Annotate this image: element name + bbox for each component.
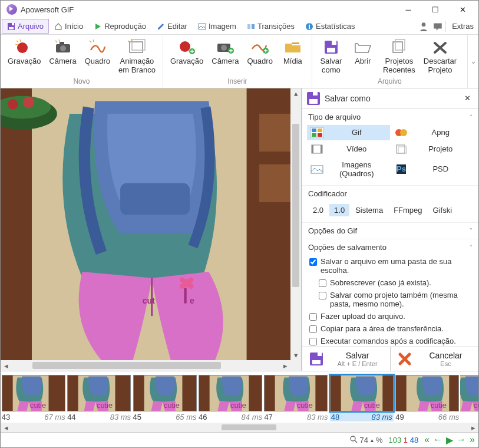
- tab-inicio[interactable]: Início: [49, 19, 88, 34]
- scroll-down-icon[interactable]: ▾: [290, 350, 301, 360]
- filetype-imagens[interactable]: Imagens (Quadros): [307, 158, 390, 180]
- preview-scroll-horizontal[interactable]: ◂ ▸: [1, 360, 290, 371]
- encoder-20[interactable]: 2.0: [308, 204, 328, 216]
- chk-saveproj[interactable]: Salvar como projeto também (mesma pasta,…: [302, 289, 478, 310]
- svg-text:cutie: cutie: [97, 401, 113, 410]
- tab-reproducao[interactable]: Reprodução: [88, 19, 151, 34]
- svg-rect-78: [249, 375, 262, 411]
- framestrip-scroll[interactable]: ◂ ▸: [1, 423, 478, 432]
- folder-icon: [283, 38, 303, 55]
- filetype-apng[interactable]: Apng: [391, 125, 474, 140]
- chk-savefolder[interactable]: Salvar o arquivo em uma pasta de sua esc…: [302, 255, 478, 276]
- svg-rect-3: [199, 24, 206, 29]
- nav-last-button[interactable]: »: [470, 434, 475, 446]
- ribbon-group-novo: Gravação Câmera Quadro Animação em Branc…: [1, 35, 163, 88]
- blank-anim-icon: [127, 38, 147, 55]
- tab-editar[interactable]: Editar: [151, 19, 193, 34]
- nav-prev-button[interactable]: ←: [433, 434, 442, 446]
- close-button[interactable]: ✕: [449, 1, 476, 18]
- zoom-unit: %: [376, 436, 383, 444]
- arquivo-abrir-button[interactable]: Abrir: [348, 37, 378, 76]
- encoder-10[interactable]: 1.0: [329, 204, 349, 216]
- scroll-right-icon[interactable]: ▸: [468, 423, 478, 432]
- svg-point-35: [8, 99, 18, 109]
- preview-scroll-vertical[interactable]: ▴ ▾: [290, 88, 301, 360]
- tab-estatisticas[interactable]: i Estatísticas: [300, 19, 360, 34]
- chk-overwrite[interactable]: Sobrescrever (caso já exista).: [302, 276, 478, 289]
- tab-transicoes[interactable]: Transições: [242, 19, 300, 34]
- open-folder-icon: [353, 38, 373, 55]
- svg-line-97: [355, 440, 357, 443]
- frame-45[interactable]: cutie 4565 ms: [132, 374, 197, 423]
- inserir-camera-label: Câmera: [212, 57, 239, 66]
- tab-editar-label: Editar: [167, 22, 187, 31]
- encoder-gifski[interactable]: Gifski: [428, 204, 457, 216]
- encoder-sistema[interactable]: Sistema: [351, 204, 388, 216]
- frame-50[interactable]: cutie 50: [460, 374, 478, 423]
- chevron-down-icon[interactable]: ˅: [470, 228, 473, 234]
- panel-close-button[interactable]: ✕: [461, 92, 474, 105]
- chevron-up-icon[interactable]: ˄: [470, 244, 473, 251]
- novo-gravacao-button[interactable]: Gravação: [4, 37, 44, 76]
- filetype-video[interactable]: Vídeo: [307, 141, 390, 157]
- chk-clipboard[interactable]: Copiar para a área de transferência.: [302, 322, 478, 335]
- scroll-left-icon[interactable]: ◂: [1, 360, 11, 371]
- frame-number: 49: [395, 413, 404, 421]
- filetype-projeto[interactable]: Projeto: [391, 141, 474, 157]
- novo-quadro-button[interactable]: Quadro: [81, 37, 114, 76]
- ribbon-group-inserir: Gravação Câmera Quadro Mídia Inserir: [163, 35, 312, 88]
- frame-43[interactable]: cutie 4367 ms: [1, 374, 66, 423]
- gifopts-label: Opções do Gif: [308, 226, 357, 235]
- svg-point-17: [180, 41, 190, 52]
- chat-icon[interactable]: [432, 21, 443, 32]
- frame-thumb: cutie: [2, 375, 65, 411]
- ribbon-collapse-button[interactable]: ⌄: [468, 35, 478, 88]
- inserir-midia-button[interactable]: Mídia: [278, 37, 308, 76]
- frame-thumb: cutie: [264, 375, 328, 411]
- minimize-button[interactable]: ─: [395, 1, 422, 18]
- cancel-button[interactable]: CancelarEsc: [391, 347, 478, 371]
- zoom-control[interactable]: 74 ▴ %: [349, 435, 383, 445]
- chevron-up-icon[interactable]: ˄: [470, 114, 473, 120]
- preview-canvas[interactable]: cut e ▴ ▾ ◂ ▸: [1, 88, 302, 371]
- extras-button[interactable]: Extras: [445, 21, 477, 32]
- frame-48[interactable]: cutie 4883 ms: [329, 374, 394, 423]
- inserir-camera-button[interactable]: Câmera: [208, 37, 242, 76]
- inserir-gravacao-button[interactable]: Gravação: [167, 37, 207, 76]
- arquivo-recentes-button[interactable]: Projetos Recentes: [379, 37, 419, 76]
- nav-play-button[interactable]: ▶: [446, 434, 453, 446]
- chk-commands[interactable]: Executar comandos após a codificação.: [302, 335, 478, 347]
- nav-first-button[interactable]: «: [424, 434, 430, 446]
- scroll-up-icon[interactable]: ▴: [290, 88, 301, 99]
- tab-arquivo[interactable]: Arquivo: [2, 19, 49, 34]
- frame-duration: 66 ms: [438, 413, 459, 421]
- arquivo-descartar-button[interactable]: Descartar Projeto: [420, 37, 460, 76]
- svg-rect-65: [2, 375, 13, 411]
- encoder-ffmpeg[interactable]: FFmpeg: [389, 204, 427, 216]
- frame-44[interactable]: cutie 4483 ms: [66, 374, 131, 423]
- novo-anim-button[interactable]: Animação em Branco: [115, 37, 159, 76]
- frame-47[interactable]: cutie 4783 ms: [263, 374, 329, 423]
- arquivo-descartar-label: Descartar Projeto: [424, 57, 457, 75]
- save-button[interactable]: SalvarAlt + E / Enter: [302, 347, 391, 371]
- inserir-quadro-button[interactable]: Quadro: [244, 37, 276, 76]
- svg-rect-50: [318, 133, 322, 137]
- filetype-label: Tipo de arquivo: [308, 113, 361, 121]
- filetype-gif[interactable]: Gif: [307, 125, 390, 140]
- scroll-right-icon[interactable]: ▸: [280, 360, 290, 371]
- arquivo-salvar-button[interactable]: Salvar como: [316, 37, 346, 76]
- svg-point-43: [180, 284, 185, 289]
- chk-upload[interactable]: Fazer upload do arquivo.: [302, 310, 478, 322]
- frame-49[interactable]: cutie 4966 ms: [395, 374, 460, 423]
- frame-46[interactable]: cutie 4684 ms: [197, 374, 263, 423]
- svg-rect-31: [259, 114, 290, 151]
- frame-number: 45: [133, 413, 141, 421]
- scroll-left-icon[interactable]: ◂: [1, 423, 11, 432]
- nav-next-button[interactable]: →: [457, 434, 466, 446]
- user-icon[interactable]: [418, 21, 429, 32]
- filetype-psd[interactable]: PsPSD: [391, 158, 474, 180]
- tab-imagem[interactable]: Imagem: [193, 19, 242, 34]
- save-as-panel: Salvar como ✕ Tipo de arquivo˄ Gif Apng …: [302, 88, 478, 371]
- maximize-button[interactable]: ☐: [422, 1, 449, 18]
- novo-camera-button[interactable]: Câmera: [45, 37, 80, 76]
